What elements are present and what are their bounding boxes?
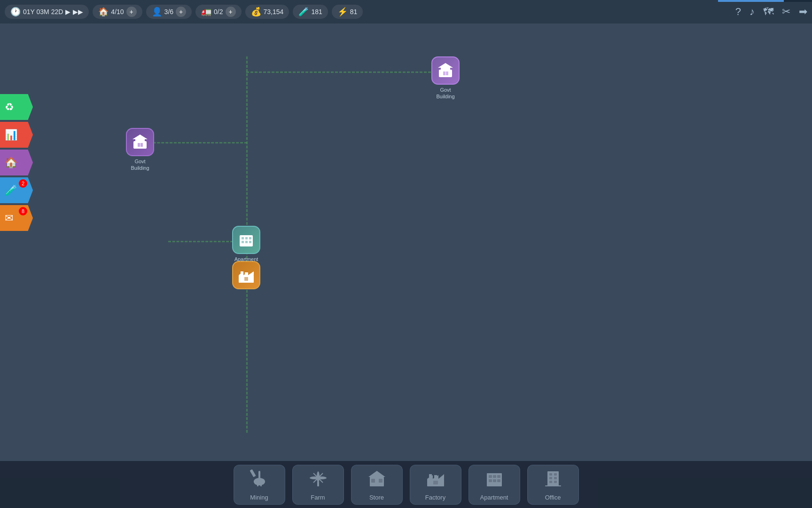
play-btn[interactable]: ▶ [65, 8, 70, 16]
map-btn[interactable]: 🗺 [763, 6, 773, 18]
svg-rect-28 [257, 483, 258, 486]
energy-value: 81 [350, 8, 358, 16]
svg-rect-61 [554, 477, 557, 479]
office-build-label: Office [545, 494, 561, 501]
mail-badge: 8 [19, 207, 27, 215]
svg-rect-15 [245, 241, 248, 243]
svg-rect-48 [433, 481, 438, 484]
govt-building-top-right[interactable]: GovtBuilding [431, 56, 460, 100]
person-icon: 👤 [152, 7, 162, 17]
dashed-line-horizontal-mid [145, 142, 247, 143]
top-bar: 🕐 01Y 03M 22D ▶ ▶▶ 🏠 4/10 + 👤 3/6 + 🚛 0/… [0, 0, 812, 24]
sidebar-tab-housing[interactable]: 🏠 [0, 150, 33, 175]
build-farm-btn[interactable]: Farm [292, 465, 344, 505]
sidebar-tab-stats[interactable]: 📊 [0, 122, 33, 148]
build-apartment-btn[interactable]: Apartment [468, 465, 520, 505]
fast-forward-btn[interactable]: ▶▶ [73, 8, 83, 16]
add-vehicle-btn[interactable]: + [226, 7, 236, 17]
energy-icon: ⚡ [337, 7, 348, 17]
mail-icon: ✉ [5, 212, 13, 224]
svg-rect-55 [497, 479, 500, 482]
svg-marker-23 [248, 271, 254, 275]
svg-rect-64 [545, 485, 561, 486]
svg-rect-63 [554, 481, 557, 483]
svg-rect-17 [244, 244, 248, 246]
svg-marker-38 [368, 471, 385, 477]
govt-building-label-mid-left: GovtBuilding [131, 158, 149, 172]
add-population-btn[interactable]: + [176, 7, 186, 17]
office-build-icon [544, 468, 562, 491]
scissors-btn[interactable]: ✂ [782, 6, 790, 18]
vehicles-value: 0/2 [214, 8, 223, 16]
svg-rect-54 [493, 479, 496, 482]
factory-center[interactable] [232, 261, 260, 289]
mining-build-icon [250, 468, 269, 491]
add-housing-btn[interactable]: + [126, 7, 137, 17]
money-stat: 💰 73,154 [245, 5, 289, 19]
science-stat: 🧪 181 [293, 5, 328, 19]
recycle-icon: ♻ [5, 101, 14, 113]
svg-rect-13 [249, 237, 251, 239]
svg-rect-59 [554, 473, 557, 476]
apartment-build-icon [485, 468, 504, 491]
progress-bar-container [718, 0, 812, 2]
game-canvas: GovtBuilding GovtBuilding [0, 24, 812, 508]
stats-icon: 📊 [5, 129, 17, 141]
exit-btn[interactable]: ➡ [799, 6, 807, 18]
population-value: 3/6 [164, 8, 173, 16]
time-display: 🕐 01Y 03M 22D ▶ ▶▶ [5, 5, 89, 19]
top-right-icons: ? ♪ 🗺 ✂ ➡ [735, 6, 807, 18]
housing-value: 4/10 [111, 8, 124, 16]
farm-build-icon [309, 468, 328, 491]
bottom-build-bar: Mining Farm Store [0, 461, 812, 508]
music-btn[interactable]: ♪ [750, 6, 755, 18]
clock-icon: 🕐 [10, 7, 21, 17]
svg-rect-24 [244, 277, 248, 281]
progress-bar-fill [718, 0, 784, 2]
svg-rect-51 [493, 475, 496, 478]
sidebar-tab-mail[interactable]: ✉ 8 [0, 205, 33, 231]
govt-building-mid-left[interactable]: GovtBuilding [126, 128, 154, 172]
left-sidebar: ♻ 📊 🏠 🧪 2 ✉ 8 [0, 94, 33, 231]
svg-rect-58 [549, 473, 552, 476]
svg-marker-2 [438, 63, 453, 68]
help-btn[interactable]: ? [735, 6, 741, 18]
sidebar-tab-recycle[interactable]: ♻ [0, 94, 33, 120]
build-office-btn[interactable]: Office [527, 465, 579, 505]
svg-rect-8 [138, 143, 140, 147]
population-stat: 👤 3/6 + [146, 5, 192, 19]
svg-rect-40 [371, 479, 375, 483]
factory-build-icon [426, 468, 445, 491]
svg-rect-11 [242, 237, 244, 239]
factory-build-label: Factory [425, 494, 445, 501]
build-factory-btn[interactable]: Factory [410, 465, 461, 505]
housing-stat: 🏠 4/10 + [93, 5, 142, 19]
svg-rect-29 [260, 483, 262, 486]
svg-rect-3 [443, 71, 445, 75]
svg-rect-52 [497, 475, 500, 478]
mining-build-label: Mining [250, 494, 268, 501]
svg-rect-50 [489, 475, 492, 478]
science-icon: 🧪 [298, 7, 309, 17]
money-icon: 💰 [251, 7, 261, 17]
store-build-label: Store [369, 494, 384, 501]
govt-building-icon-top-right [431, 56, 460, 85]
svg-rect-9 [141, 143, 143, 147]
apartment-center[interactable]: Apartment [232, 226, 260, 262]
svg-marker-7 [133, 135, 148, 139]
sidebar-tab-lab[interactable]: 🧪 2 [0, 177, 33, 203]
energy-stat: ⚡ 81 [332, 5, 363, 19]
build-mining-btn[interactable]: Mining [234, 465, 285, 505]
dashed-line-horizontal-top [246, 71, 444, 73]
govt-building-icon-mid-left [126, 128, 154, 156]
svg-rect-56 [492, 484, 496, 486]
svg-rect-57 [547, 471, 559, 486]
svg-rect-12 [245, 237, 248, 239]
house-icon: 🏠 [98, 7, 109, 17]
time-value: 01Y 03M 22D [23, 8, 63, 16]
build-store-btn[interactable]: Store [351, 465, 403, 505]
svg-rect-16 [249, 241, 251, 243]
svg-rect-60 [549, 477, 552, 479]
svg-rect-30 [250, 469, 256, 477]
science-value: 181 [311, 8, 322, 16]
